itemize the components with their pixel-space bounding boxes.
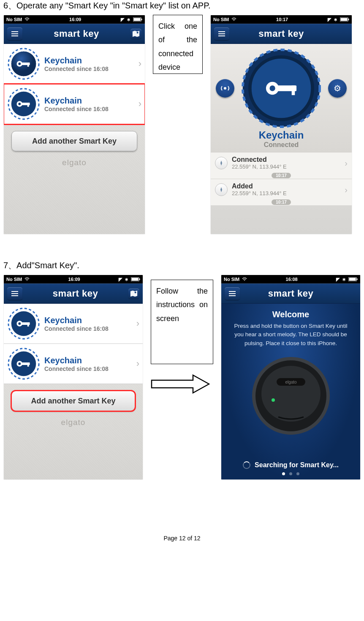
menu-button[interactable]	[214, 27, 229, 40]
menu-button[interactable]	[225, 287, 240, 300]
svg-rect-1	[133, 18, 140, 21]
detail-content: ⚙ Keychain Connected Connected 22.559° N…	[211, 44, 352, 234]
battery-icon	[348, 277, 358, 281]
wifi-icon	[24, 17, 30, 22]
bluetooth-icon: ∗	[125, 277, 128, 282]
carrier-text: No SIM	[6, 17, 22, 22]
bluetooth-icon: ∗	[127, 17, 130, 22]
bluetooth-icon: ∗	[342, 277, 346, 282]
svg-rect-60	[229, 293, 236, 294]
svg-rect-39	[139, 278, 140, 280]
device-row[interactable]: Keychain Connected since 16:08 ›	[4, 344, 143, 384]
svg-point-6	[137, 32, 139, 33]
status-bar: No SIM 10:17 ◤ ∗	[211, 15, 352, 24]
detail-device-status: Connected	[264, 141, 299, 149]
compass-icon	[218, 160, 224, 166]
svg-rect-40	[11, 291, 18, 292]
device-row[interactable]: Keychain Connected since 16:08 ›	[4, 304, 143, 344]
device-title: Keychain	[44, 316, 109, 325]
clock-text: 16:09	[69, 17, 81, 22]
chevron-right-icon: ›	[139, 58, 141, 69]
device-sub: Connected since 16:08	[44, 325, 109, 332]
svg-rect-3	[11, 31, 18, 32]
location-icon: ◤	[336, 277, 340, 282]
step7-heading: 7、Add"Smart Key".	[0, 260, 364, 274]
status-bar: No SIM 16:09 ◤ ∗	[4, 275, 143, 283]
brand-footer: elgato	[4, 158, 145, 172]
step6-heading: 6、Operate any "Smart Key "in "Smart key"…	[0, 0, 364, 14]
svg-point-53	[18, 362, 21, 365]
svg-point-17	[18, 103, 21, 105]
map-button[interactable]	[128, 289, 139, 299]
app-navbar: smart key	[4, 24, 145, 44]
svg-rect-49	[27, 322, 29, 327]
history-sub: 22.559° N, 113.944° E	[232, 190, 287, 196]
history-title: Added	[232, 182, 287, 190]
svg-rect-59	[229, 291, 236, 292]
svg-rect-24	[218, 33, 225, 34]
svg-point-64	[261, 366, 321, 422]
battery-icon	[340, 17, 349, 22]
history-sub: 22.559° N, 113.944° E	[232, 163, 287, 170]
svg-point-26	[224, 87, 226, 90]
svg-rect-34	[292, 85, 295, 95]
status-bar: No SIM 16:08 ◤ ∗	[221, 275, 360, 283]
device-title: Keychain	[44, 356, 109, 365]
key-capsule-icon	[7, 87, 40, 120]
menu-button[interactable]	[7, 287, 22, 300]
settings-button[interactable]: ⚙	[328, 79, 347, 98]
hamburger-icon	[11, 291, 18, 296]
large-key-dial	[241, 48, 321, 128]
device-title: Keychain	[44, 56, 109, 65]
svg-rect-41	[11, 293, 18, 294]
history-time: 10:17	[272, 199, 291, 205]
history-list: Connected 22.559° N, 113.944° E › 10:17 …	[211, 152, 352, 205]
clock-text: 16:09	[68, 277, 80, 282]
menu-button[interactable]	[7, 27, 22, 40]
map-icon	[130, 290, 138, 297]
history-row[interactable]: Added 22.559° N, 113.944° E ›	[211, 179, 352, 200]
spinner-icon	[243, 461, 250, 469]
list-content: Keychain Connected since 16:08 › Keychai…	[4, 44, 145, 234]
device-illustration: elgato	[249, 354, 333, 438]
history-title: Connected	[232, 156, 287, 163]
key-capsule-icon	[7, 347, 40, 380]
add-smartkey-button-highlighted[interactable]: Add another Smart Key	[11, 391, 135, 411]
svg-rect-22	[348, 19, 349, 20]
searching-text: Searching for Smart Key...	[255, 461, 339, 469]
history-time: 10:17	[272, 173, 291, 178]
map-icon	[132, 30, 140, 38]
add-smartkey-button[interactable]: Add another Smart Key	[11, 131, 137, 151]
history-row[interactable]: Connected 22.559° N, 113.944° E ›	[211, 152, 352, 173]
device-row-highlighted[interactable]: Keychain Connected since 16:08 ›	[4, 84, 145, 124]
device-title: Keychain	[44, 96, 109, 106]
bluetooth-icon: ∗	[334, 17, 337, 22]
device-sub: Connected since 16:08	[44, 65, 109, 72]
hamburger-icon	[11, 31, 18, 36]
svg-marker-36	[220, 187, 222, 192]
chevron-right-icon: ›	[139, 98, 141, 109]
svg-rect-57	[349, 278, 356, 281]
map-button[interactable]	[130, 29, 141, 39]
navbar-title: smart key	[54, 28, 99, 39]
svg-rect-19	[27, 103, 29, 107]
svg-point-11	[18, 63, 21, 65]
welcome-panel: Welcome Press and hold the button on Sma…	[221, 304, 360, 479]
battery-icon	[133, 17, 142, 22]
detail-device-name: Keychain	[259, 129, 304, 141]
navbar-title: smart key	[53, 288, 98, 299]
ping-button[interactable]	[216, 79, 234, 98]
svg-rect-2	[141, 19, 142, 20]
svg-rect-13	[27, 63, 29, 67]
wifi-icon	[231, 17, 236, 22]
device-row[interactable]: Keychain Connected since 16:08 ›	[4, 44, 145, 84]
screenshot-4-welcome: No SIM 16:08 ◤ ∗ smart key Welcome	[221, 275, 361, 480]
carrier-text: No SIM	[6, 277, 22, 282]
screenshot-3-list: No SIM 16:09 ◤ ∗ smart key	[3, 275, 143, 480]
hamburger-icon	[229, 291, 236, 296]
callout-follow-instructions: Follow the instructions on screen	[151, 280, 213, 364]
navbar-title: smart key	[268, 288, 313, 299]
wifi-icon	[242, 277, 247, 281]
svg-rect-21	[340, 18, 347, 21]
screenshot-2-detail: No SIM 10:17 ◤ ∗ smart key	[210, 15, 352, 234]
